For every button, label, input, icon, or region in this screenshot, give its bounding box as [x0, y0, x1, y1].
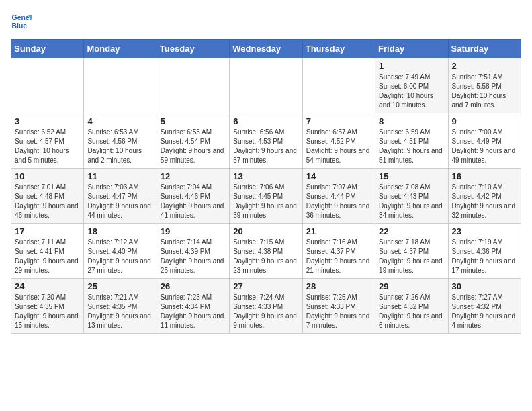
weekday-header-friday: Friday: [375, 40, 448, 58]
day-info: Sunrise: 6:53 AM Sunset: 4:56 PM Dayligh…: [87, 128, 152, 165]
calendar-week-4: 17Sunrise: 7:11 AM Sunset: 4:41 PM Dayli…: [11, 224, 521, 279]
calendar-cell: 15Sunrise: 7:08 AM Sunset: 4:43 PM Dayli…: [375, 169, 448, 224]
day-number: 21: [306, 226, 371, 236]
day-number: 24: [15, 281, 80, 291]
day-info: Sunrise: 7:06 AM Sunset: 4:45 PM Dayligh…: [233, 183, 298, 220]
weekday-header-row: SundayMondayTuesdayWednesdayThursdayFrid…: [11, 40, 521, 58]
day-number: 4: [87, 116, 152, 126]
logo-icon: General Blue: [11, 11, 32, 32]
calendar-cell: 27Sunrise: 7:24 AM Sunset: 4:33 PM Dayli…: [230, 279, 302, 334]
day-info: Sunrise: 7:26 AM Sunset: 4:32 PM Dayligh…: [379, 293, 444, 330]
calendar-cell: 22Sunrise: 7:18 AM Sunset: 4:37 PM Dayli…: [375, 224, 448, 279]
day-number: 26: [161, 281, 226, 291]
calendar-cell: 17Sunrise: 7:11 AM Sunset: 4:41 PM Dayli…: [11, 224, 84, 279]
day-number: 18: [87, 226, 152, 236]
day-number: 11: [87, 171, 152, 181]
calendar-cell: [157, 58, 229, 113]
day-info: Sunrise: 7:01 AM Sunset: 4:48 PM Dayligh…: [15, 183, 80, 220]
calendar-cell: 2Sunrise: 7:51 AM Sunset: 5:58 PM Daylig…: [448, 58, 521, 113]
day-info: Sunrise: 7:19 AM Sunset: 4:36 PM Dayligh…: [452, 238, 517, 275]
calendar-cell: [302, 58, 375, 113]
calendar-cell: 19Sunrise: 7:14 AM Sunset: 4:39 PM Dayli…: [157, 224, 229, 279]
day-number: 28: [306, 281, 371, 291]
calendar-cell: 6Sunrise: 6:56 AM Sunset: 4:53 PM Daylig…: [230, 113, 302, 169]
day-number: 1: [379, 61, 444, 71]
day-info: Sunrise: 7:24 AM Sunset: 4:33 PM Dayligh…: [233, 293, 298, 330]
day-info: Sunrise: 7:12 AM Sunset: 4:40 PM Dayligh…: [87, 238, 152, 275]
day-info: Sunrise: 7:11 AM Sunset: 4:41 PM Dayligh…: [15, 238, 80, 275]
day-info: Sunrise: 7:21 AM Sunset: 4:35 PM Dayligh…: [87, 293, 152, 330]
day-info: Sunrise: 7:23 AM Sunset: 4:34 PM Dayligh…: [161, 293, 226, 330]
day-info: Sunrise: 7:04 AM Sunset: 4:46 PM Dayligh…: [161, 183, 226, 220]
day-info: Sunrise: 7:10 AM Sunset: 4:42 PM Dayligh…: [452, 183, 517, 220]
calendar-cell: 21Sunrise: 7:16 AM Sunset: 4:37 PM Dayli…: [302, 224, 375, 279]
calendar-table: SundayMondayTuesdayWednesdayThursdayFrid…: [11, 39, 521, 334]
calendar-cell: [84, 58, 157, 113]
day-info: Sunrise: 7:16 AM Sunset: 4:37 PM Dayligh…: [306, 238, 371, 275]
calendar-cell: 18Sunrise: 7:12 AM Sunset: 4:40 PM Dayli…: [84, 224, 157, 279]
day-number: 17: [15, 226, 80, 236]
day-info: Sunrise: 7:25 AM Sunset: 4:33 PM Dayligh…: [306, 293, 371, 330]
day-info: Sunrise: 7:00 AM Sunset: 4:49 PM Dayligh…: [452, 128, 517, 165]
day-number: 14: [306, 171, 371, 181]
calendar-cell: 30Sunrise: 7:27 AM Sunset: 4:32 PM Dayli…: [448, 279, 521, 334]
day-info: Sunrise: 7:27 AM Sunset: 4:32 PM Dayligh…: [452, 293, 517, 330]
calendar-cell: 7Sunrise: 6:57 AM Sunset: 4:52 PM Daylig…: [302, 113, 375, 169]
day-info: Sunrise: 6:57 AM Sunset: 4:52 PM Dayligh…: [306, 128, 371, 165]
calendar-cell: [230, 58, 302, 113]
day-info: Sunrise: 6:55 AM Sunset: 4:54 PM Dayligh…: [161, 128, 226, 165]
day-number: 25: [87, 281, 152, 291]
calendar-cell: 10Sunrise: 7:01 AM Sunset: 4:48 PM Dayli…: [11, 169, 84, 224]
calendar-cell: 1Sunrise: 7:49 AM Sunset: 6:00 PM Daylig…: [375, 58, 448, 113]
calendar-week-3: 10Sunrise: 7:01 AM Sunset: 4:48 PM Dayli…: [11, 169, 521, 224]
day-number: 3: [15, 116, 80, 126]
day-number: 8: [379, 116, 444, 126]
calendar-cell: 28Sunrise: 7:25 AM Sunset: 4:33 PM Dayli…: [302, 279, 375, 334]
calendar-week-5: 24Sunrise: 7:20 AM Sunset: 4:35 PM Dayli…: [11, 279, 521, 334]
svg-text:Blue: Blue: [12, 22, 28, 30]
weekday-header-sunday: Sunday: [11, 40, 84, 58]
day-number: 9: [452, 116, 517, 126]
calendar-cell: 4Sunrise: 6:53 AM Sunset: 4:56 PM Daylig…: [84, 113, 157, 169]
calendar-cell: [11, 58, 84, 113]
day-info: Sunrise: 7:07 AM Sunset: 4:44 PM Dayligh…: [306, 183, 371, 220]
day-info: Sunrise: 7:18 AM Sunset: 4:37 PM Dayligh…: [379, 238, 444, 275]
day-info: Sunrise: 7:49 AM Sunset: 6:00 PM Dayligh…: [379, 73, 444, 110]
calendar-cell: 3Sunrise: 6:52 AM Sunset: 4:57 PM Daylig…: [11, 113, 84, 169]
calendar-cell: 14Sunrise: 7:07 AM Sunset: 4:44 PM Dayli…: [302, 169, 375, 224]
weekday-header-monday: Monday: [84, 40, 157, 58]
day-number: 2: [452, 61, 517, 71]
day-number: 12: [161, 171, 226, 181]
day-number: 30: [452, 281, 517, 291]
calendar-cell: 8Sunrise: 6:59 AM Sunset: 4:51 PM Daylig…: [375, 113, 448, 169]
calendar-cell: 29Sunrise: 7:26 AM Sunset: 4:32 PM Dayli…: [375, 279, 448, 334]
calendar-week-2: 3Sunrise: 6:52 AM Sunset: 4:57 PM Daylig…: [11, 113, 521, 169]
day-number: 20: [233, 226, 298, 236]
day-number: 6: [233, 116, 298, 126]
calendar-cell: 13Sunrise: 7:06 AM Sunset: 4:45 PM Dayli…: [230, 169, 302, 224]
weekday-header-saturday: Saturday: [448, 40, 521, 58]
calendar-cell: 11Sunrise: 7:03 AM Sunset: 4:47 PM Dayli…: [84, 169, 157, 224]
calendar-cell: 26Sunrise: 7:23 AM Sunset: 4:34 PM Dayli…: [157, 279, 229, 334]
day-number: 10: [15, 171, 80, 181]
day-info: Sunrise: 6:56 AM Sunset: 4:53 PM Dayligh…: [233, 128, 298, 165]
day-number: 7: [306, 116, 371, 126]
calendar-cell: 23Sunrise: 7:19 AM Sunset: 4:36 PM Dayli…: [448, 224, 521, 279]
weekday-header-tuesday: Tuesday: [157, 40, 229, 58]
logo: General Blue: [11, 11, 32, 32]
day-number: 13: [233, 171, 298, 181]
day-info: Sunrise: 6:59 AM Sunset: 4:51 PM Dayligh…: [379, 128, 444, 165]
day-number: 27: [233, 281, 298, 291]
calendar-body: 1Sunrise: 7:49 AM Sunset: 6:00 PM Daylig…: [11, 58, 521, 334]
calendar-cell: 24Sunrise: 7:20 AM Sunset: 4:35 PM Dayli…: [11, 279, 84, 334]
day-info: Sunrise: 7:15 AM Sunset: 4:38 PM Dayligh…: [233, 238, 298, 275]
calendar-cell: 9Sunrise: 7:00 AM Sunset: 4:49 PM Daylig…: [448, 113, 521, 169]
calendar-cell: 25Sunrise: 7:21 AM Sunset: 4:35 PM Dayli…: [84, 279, 157, 334]
weekday-header-wednesday: Wednesday: [230, 40, 302, 58]
calendar-cell: 16Sunrise: 7:10 AM Sunset: 4:42 PM Dayli…: [448, 169, 521, 224]
day-number: 15: [379, 171, 444, 181]
day-info: Sunrise: 7:51 AM Sunset: 5:58 PM Dayligh…: [452, 73, 517, 110]
day-info: Sunrise: 7:14 AM Sunset: 4:39 PM Dayligh…: [161, 238, 226, 275]
day-info: Sunrise: 7:20 AM Sunset: 4:35 PM Dayligh…: [15, 293, 80, 330]
day-number: 22: [379, 226, 444, 236]
